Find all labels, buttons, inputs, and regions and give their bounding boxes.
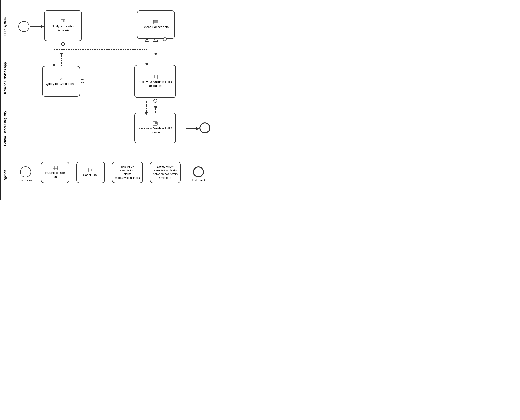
lane-ehr-content: Notify subscriber diagnosis Share Cancer… — [9, 0, 260, 53]
legend-biz-label: Business Rule Task — [44, 171, 67, 179]
biz-icon-share — [153, 20, 158, 24]
task-receive-fhir-label: Receive & Validate FHIR Resources — [137, 80, 173, 88]
task-notify[interactable]: Notify subscriber diagnosis — [44, 10, 82, 41]
legend-start-label: Start Event — [18, 179, 32, 183]
task-query-label: Query for Cancer data — [46, 82, 77, 86]
legend-script-task: Script Task — [75, 162, 106, 183]
legend-end-event: End Event — [189, 166, 208, 183]
legend-biz-icon — [53, 166, 58, 170]
legend-dotted-arrow: Dotted Arrow association: Tasks between … — [149, 162, 182, 183]
legend-script-box: Script Task — [77, 162, 105, 183]
task-receive-bundle-label: Receive & Validate FHIR Bundle — [137, 127, 173, 135]
ccr-arrows — [9, 105, 80, 141]
lane-backend: Backend Services App — [0, 53, 260, 105]
legend-biz-box: Business Rule Task — [41, 162, 69, 183]
task-share[interactable]: Share Cancer data — [137, 10, 175, 39]
svg-rect-20 — [53, 166, 58, 170]
lane-legends-label: Legends — [0, 152, 9, 200]
receive-fhir-bottom-circle — [154, 99, 157, 103]
legend-biz-rule: Business Rule Task — [40, 162, 70, 183]
svg-marker-15 — [154, 106, 157, 109]
svg-marker-1 — [41, 25, 44, 28]
legend-start-event: Start Event — [16, 166, 35, 183]
lane-legends: Legends Start Event Business Rule T — [0, 152, 260, 200]
end-event-ccr — [199, 122, 210, 133]
legend-dotted-arrow-box: Dotted Arrow association: Tasks between … — [150, 162, 181, 183]
legend-script-label: Script Task — [83, 173, 98, 177]
script-icon-notify — [60, 19, 66, 23]
legend-start-circle — [20, 166, 31, 177]
legend-end-label: End Event — [192, 179, 205, 183]
lane-ccr: Central Cancer Registry Receive & Valida… — [0, 105, 260, 152]
svg-rect-3 — [154, 20, 158, 24]
legend-script-icon — [88, 168, 93, 172]
script-icon-receive — [153, 75, 158, 79]
lane-backend-content: Query for Cancer data Receive & Validate… — [9, 53, 260, 105]
lane-ccr-label: Central Cancer Registry — [0, 105, 9, 152]
script-icon-query — [58, 77, 64, 81]
start-event — [18, 21, 29, 32]
legend-solid-arrow-label: Solid Arrow association: Internal Actor/… — [115, 165, 140, 180]
script-icon-bundle — [153, 121, 158, 126]
lane-ehr-label: EHR System — [0, 0, 9, 52]
svg-marker-11 — [154, 53, 157, 55]
lane-backend-label: Backend Services App — [0, 53, 9, 105]
legend-dotted-arrow-label: Dotted Arrow association: Tasks between … — [153, 165, 178, 180]
notify-bottom-circle — [61, 42, 65, 46]
lane-ehr: EHR System Notify subscriber diagnosis — [0, 0, 260, 53]
legend-solid-arrow: Solid Arrow association: Internal Actor/… — [111, 162, 144, 183]
share-top-circle — [163, 37, 167, 41]
task-receive-bundle[interactable]: Receive & Validate FHIR Bundle — [134, 112, 176, 143]
svg-marker-8 — [154, 38, 158, 42]
task-share-label: Share Cancer data — [143, 25, 169, 29]
legend-end-circle — [193, 166, 204, 177]
query-right-circle — [80, 79, 84, 83]
legend-solid-arrow-box: Solid Arrow association: Internal Actor/… — [112, 162, 143, 183]
svg-marker-9 — [60, 53, 63, 55]
task-notify-label: Notify subscriber diagnosis — [47, 24, 79, 32]
diagram-container: EHR System Notify subscriber diagnosis — [0, 0, 260, 210]
task-receive-fhir[interactable]: Receive & Validate FHIR Resources — [134, 65, 176, 98]
lane-ccr-content: Receive & Validate FHIR Bundle — [9, 105, 260, 157]
task-query[interactable]: Query for Cancer data — [42, 66, 80, 97]
svg-marker-18 — [196, 127, 199, 130]
lane-legends-content: Start Event Business Rule Task — [9, 152, 260, 204]
